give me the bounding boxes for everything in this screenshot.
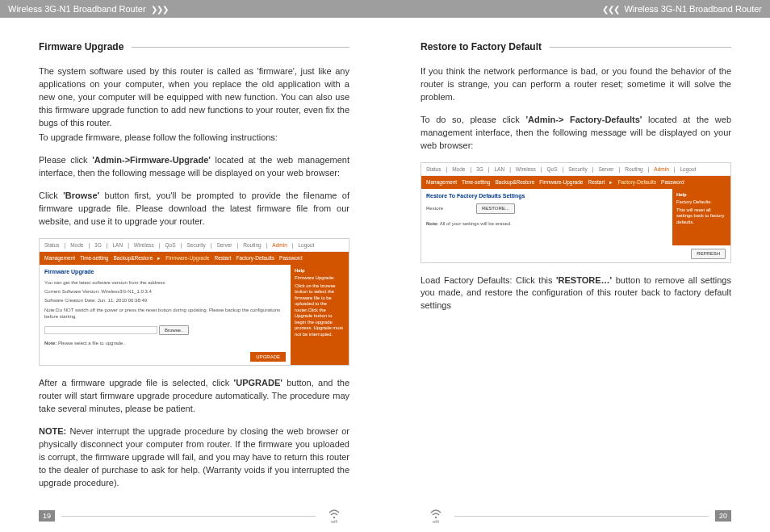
wifi-logo-icon: wifi [322,508,346,524]
ss-heading: Restore To Factory Defaults Settings [426,192,667,200]
screenshot-factory-defaults: Status| Mode| 3G| LAN| Wireless| QoS| Se… [421,162,731,263]
rd-para-3: Load Factory Defaults: Click this 'RESTO… [421,274,731,313]
svg-point-0 [333,517,335,518]
fw-para-3: Please click 'Admin->Firmware-Upgrade' l… [39,154,349,180]
ss-subnav: Management Time-setting Backup&Restore ▸… [40,252,349,264]
title-rule [550,47,731,48]
ss-heading: Firmware Upgrade [44,268,286,276]
fw-para-2: To upgrade firmware, please follow the f… [39,132,349,145]
header-bar-left: Wireless 3G-N1 Broadband Router ❯❯❯ [0,0,385,18]
section-title-text: Firmware Upgrade [39,40,123,54]
page-number: 20 [715,510,731,522]
page-left: Wireless 3G-N1 Broadband Router ❯❯❯ Firm… [0,0,385,532]
content-right: Restore to Factory Default If you think … [385,18,770,532]
ss-main: Restore To Factory Defaults Settings Res… [421,189,672,245]
section-title-restore: Restore to Factory Default [421,40,731,54]
page-number: 19 [39,510,55,522]
ss-tabs: Status| Mode| 3G| LAN| Wireless| QoS| Se… [421,163,730,176]
file-input[interactable] [44,326,157,334]
ss-refresh-row: REFRESH [421,245,730,262]
content-left: Firmware Upgrade The system software use… [0,18,385,532]
footer-rule [61,516,316,517]
refresh-button[interactable]: REFRESH [691,249,726,259]
restore-button[interactable]: RESTORE... [476,203,515,214]
browse-button[interactable]: Browse.. [159,325,189,336]
chevron-left-icon: ❮❮❮ [602,5,619,14]
footer-right: wifi 20 [385,508,770,524]
tab-admin[interactable]: Admin [654,165,668,173]
subnav-firmware-upgrade[interactable]: Firmware-Upgrade [165,254,209,262]
subnav-factory-defaults[interactable]: Factory-Defaults [617,178,656,186]
section-title-firmware: Firmware Upgrade [39,40,349,54]
wifi-logo-icon: wifi [424,508,448,524]
page-right: ❮❮❮ Wireless 3G-N1 Broadband Router Rest… [385,0,770,532]
ss-body: Restore To Factory Defaults Settings Res… [421,189,730,245]
ss-main: Firmware Upgrade You can get the latest … [40,265,291,366]
svg-text:wifi: wifi [432,519,440,524]
svg-text:wifi: wifi [330,519,338,524]
chevron-right-icon: ❯❯❯ [151,5,168,14]
header-title: Wireless 3G-N1 Broadband Router [624,4,762,14]
ss-subnav: Management Time-setting Backup&Restore F… [421,176,730,188]
ss-help-panel: Help Factory Defaults: This will reset a… [672,189,730,245]
upgrade-button[interactable]: UPGRADE [250,352,286,362]
ss-help-panel: Help Firmware Upgrade: Click on the brow… [291,265,349,366]
title-rule [132,47,349,48]
rd-para-2: To do so, please click 'Admin-> Factory-… [421,114,731,153]
section-title-text: Restore to Factory Default [421,40,542,54]
header-bar-right: ❮❮❮ Wireless 3G-N1 Broadband Router [385,0,770,18]
tab-admin[interactable]: Admin [272,241,287,249]
fw-note: NOTE: Never interrupt the upgrade proced… [39,425,349,490]
screenshot-firmware-upgrade: Status| Mode| 3G| LAN| Wireless| QoS| Se… [39,238,349,367]
ss-tabs: Status| Mode| 3G| LAN| Wireless| QoS| Se… [40,239,349,252]
footer-left: 19 wifi [0,508,385,524]
rd-para-1: If you think the network performance is … [421,65,731,104]
fw-para-1: The system software used by this router … [39,65,349,130]
header-title: Wireless 3G-N1 Broadband Router [8,4,146,14]
footer-rule [454,516,709,517]
fw-para-4: Click 'Browse' button first, you'll be p… [39,190,349,228]
svg-point-2 [435,517,437,518]
ss-body: Firmware Upgrade You can get the latest … [40,265,349,366]
fw-para-5: After a firmware upgrade file is selecte… [39,377,349,416]
